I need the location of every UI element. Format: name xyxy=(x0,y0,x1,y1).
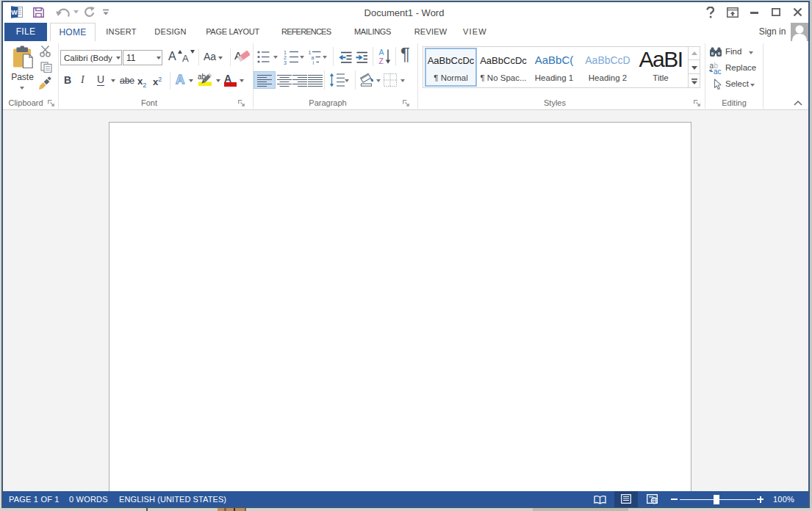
svg-text:1: 1 xyxy=(309,50,312,55)
svg-text:3: 3 xyxy=(284,60,287,65)
svg-text:W: W xyxy=(11,9,18,16)
svg-text:a: a xyxy=(312,55,315,60)
svg-text:Z: Z xyxy=(379,57,384,65)
svg-text:1: 1 xyxy=(284,50,287,55)
svg-text:2: 2 xyxy=(284,55,287,60)
svg-text:i: i xyxy=(313,60,315,65)
svg-text:ac: ac xyxy=(714,68,722,74)
svg-text:A: A xyxy=(379,48,384,57)
